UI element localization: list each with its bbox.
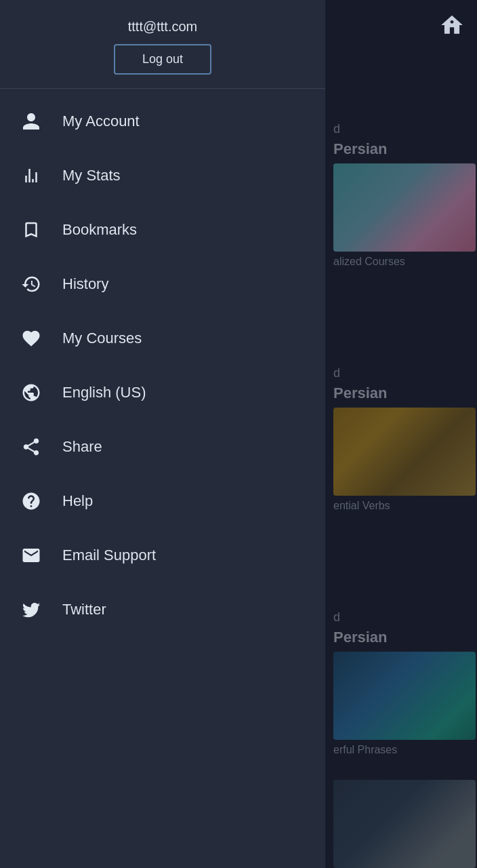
bookmarks-label: Bookmarks <box>62 221 137 239</box>
my-courses-label: My Courses <box>62 330 142 347</box>
bookmarks-icon <box>19 218 43 242</box>
sidebar-item-share[interactable]: Share <box>0 420 325 474</box>
user-email: tttt@ttt.com <box>128 19 198 35</box>
stats-icon <box>19 163 43 188</box>
right-dim-overlay <box>325 0 477 868</box>
sidebar-item-help[interactable]: Help <box>0 474 325 528</box>
side-drawer: tttt@ttt.com Log out My Account My Stats… <box>0 0 325 868</box>
sidebar-item-bookmarks[interactable]: Bookmarks <box>0 203 325 257</box>
sidebar-item-history[interactable]: History <box>0 257 325 311</box>
sidebar-item-my-account[interactable]: My Account <box>0 94 325 149</box>
drawer-header: tttt@ttt.com Log out <box>0 0 325 89</box>
svg-point-0 <box>451 20 454 24</box>
home-button[interactable] <box>439 12 465 40</box>
my-account-label: My Account <box>62 113 140 130</box>
my-stats-label: My Stats <box>62 167 121 184</box>
drawer-menu: My Account My Stats Bookmarks History <box>0 89 325 868</box>
help-label: Help <box>62 492 93 510</box>
account-icon <box>19 109 43 134</box>
sidebar-item-language[interactable]: English (US) <box>0 366 325 420</box>
email-support-label: Email Support <box>62 547 156 564</box>
help-icon <box>19 489 43 513</box>
home-icon <box>439 12 465 38</box>
heart-icon <box>19 326 43 351</box>
language-label: English (US) <box>62 384 146 401</box>
sidebar-item-email-support[interactable]: Email Support <box>0 528 325 583</box>
logout-button[interactable]: Log out <box>114 44 211 75</box>
sidebar-item-twitter[interactable]: Twitter <box>0 583 325 637</box>
twitter-icon <box>19 597 43 622</box>
history-label: History <box>62 275 108 293</box>
history-icon <box>19 272 43 296</box>
sidebar-item-my-courses[interactable]: My Courses <box>0 311 325 366</box>
share-label: Share <box>62 438 102 456</box>
sidebar-item-my-stats[interactable]: My Stats <box>0 149 325 203</box>
language-icon <box>19 380 43 405</box>
share-icon <box>19 435 43 459</box>
twitter-label: Twitter <box>62 601 106 618</box>
email-icon <box>19 543 43 568</box>
